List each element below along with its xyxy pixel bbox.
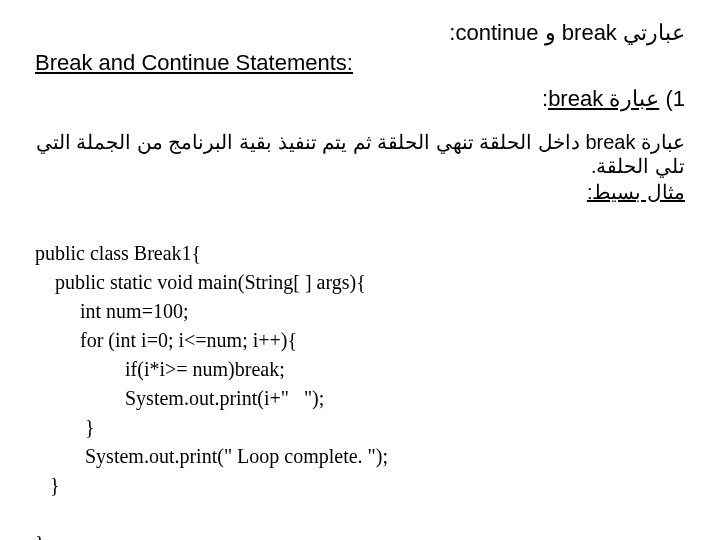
example-label: مثال بسيط:	[35, 180, 685, 204]
break-label: عبارة break	[548, 86, 659, 111]
code-block: public class Break1{ public static void …	[35, 210, 685, 540]
code-line: public static void main(String[ ] args){	[35, 271, 366, 293]
code-line: int num=100;	[35, 300, 189, 322]
code-line: System.out.print(i+" ");	[35, 387, 324, 409]
code-line: if(i*i>= num)break;	[35, 358, 285, 380]
heading-english: Break and Continue Statements:	[35, 50, 353, 76]
code-line: System.out.print(" Loop complete. ");	[35, 445, 388, 467]
heading-arabic: عبارتي break و continue:	[449, 20, 685, 46]
code-line: }	[35, 416, 95, 438]
code-line: public class Break1{	[35, 242, 201, 264]
code-line: for (int i=0; i<=num; i++){	[35, 329, 297, 351]
description: عبارة break داخل الحلقة تنهي الحلقة ثم ي…	[35, 130, 685, 178]
item-1: 1) عبارة break:	[35, 86, 685, 112]
item-number: 1)	[665, 86, 685, 111]
code-line: }	[35, 474, 60, 496]
code-line: }	[35, 532, 45, 540]
